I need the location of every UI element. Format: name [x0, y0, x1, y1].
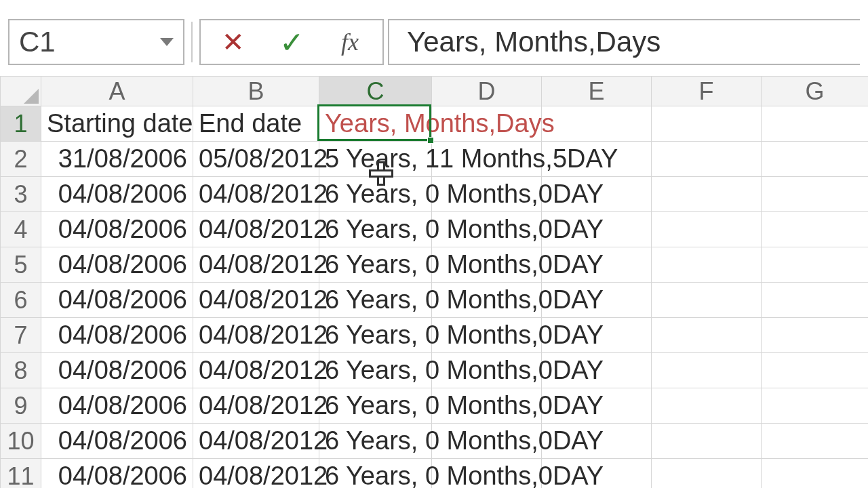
- column-header-B[interactable]: B: [193, 77, 319, 106]
- cell[interactable]: 04/08/2006: [41, 318, 193, 353]
- cell[interactable]: 04/08/2012: [193, 353, 319, 388]
- cell[interactable]: 04/08/2012: [193, 424, 319, 459]
- row-header[interactable]: 8: [1, 353, 41, 388]
- cell[interactable]: 04/08/2012: [193, 212, 319, 247]
- cell-cursor-icon: [369, 161, 393, 186]
- x-icon: ✕: [222, 26, 245, 58]
- cell[interactable]: 04/08/2006: [41, 177, 193, 212]
- cell[interactable]: 6 Years, 0 Months,0DAY: [319, 318, 432, 353]
- row-header[interactable]: 11: [1, 459, 41, 489]
- formula-text: Years, Months,Days: [407, 26, 660, 58]
- cell[interactable]: [652, 142, 762, 177]
- cell[interactable]: [762, 459, 869, 489]
- row-header[interactable]: 3: [1, 177, 41, 212]
- name-box[interactable]: C1: [8, 19, 184, 65]
- chevron-down-icon[interactable]: [160, 38, 174, 46]
- cell[interactable]: [652, 353, 762, 388]
- cell[interactable]: 04/08/2012: [193, 247, 319, 283]
- cell[interactable]: 04/08/2012: [193, 177, 319, 212]
- name-box-value: C1: [19, 26, 56, 58]
- column-header-G[interactable]: G: [762, 77, 869, 106]
- row-header[interactable]: 4: [1, 212, 41, 247]
- column-header-A[interactable]: A: [41, 77, 193, 106]
- cell[interactable]: 04/08/2012: [193, 318, 319, 353]
- cell[interactable]: [762, 177, 869, 212]
- fx-icon: fx: [341, 28, 359, 56]
- insert-function-button[interactable]: fx: [323, 22, 377, 62]
- cell[interactable]: Years, Months,Days: [319, 106, 432, 142]
- cell[interactable]: 6 Years, 0 Months,0DAY: [319, 212, 432, 247]
- cell[interactable]: 05/08/2012: [193, 142, 319, 177]
- cell[interactable]: [762, 142, 869, 177]
- enter-formula-button[interactable]: ✓: [264, 22, 319, 62]
- cell[interactable]: [762, 388, 869, 424]
- cancel-formula-button[interactable]: ✕: [206, 22, 260, 62]
- cell[interactable]: 04/08/2006: [41, 283, 193, 318]
- cell[interactable]: [762, 106, 869, 142]
- cell[interactable]: Starting date: [41, 106, 193, 142]
- cell[interactable]: 6 Years, 0 Months,0DAY: [319, 283, 432, 318]
- cell[interactable]: [652, 318, 762, 353]
- spreadsheet-grid[interactable]: ABCDEFG 1Starting dateEnd dateYears, Mon…: [0, 76, 868, 488]
- cell[interactable]: [542, 106, 652, 142]
- row-header[interactable]: 2: [1, 142, 41, 177]
- cell[interactable]: [652, 212, 762, 247]
- cell[interactable]: 6 Years, 0 Months,0DAY: [319, 424, 432, 459]
- formula-bar: C1 ✕ ✓ fx Years, Months,Days: [0, 0, 868, 76]
- cell[interactable]: 6 Years, 0 Months,0DAY: [319, 247, 432, 283]
- cell[interactable]: [762, 318, 869, 353]
- row-header[interactable]: 1: [1, 106, 41, 142]
- cell[interactable]: [762, 283, 869, 318]
- cell[interactable]: 6 Years, 0 Months,0DAY: [319, 459, 432, 489]
- cell[interactable]: 04/08/2012: [193, 459, 319, 489]
- cell[interactable]: 6 Years, 0 Months,0DAY: [319, 353, 432, 388]
- row-header[interactable]: 5: [1, 247, 41, 283]
- cell[interactable]: [652, 247, 762, 283]
- cell[interactable]: [652, 388, 762, 424]
- cell[interactable]: 31/08/2006: [41, 142, 193, 177]
- cell[interactable]: [652, 106, 762, 142]
- cell[interactable]: End date: [193, 106, 319, 142]
- cell[interactable]: [652, 424, 762, 459]
- cell[interactable]: 6 Years, 0 Months,0DAY: [319, 388, 432, 424]
- column-header-E[interactable]: E: [542, 77, 652, 106]
- column-header-D[interactable]: D: [432, 77, 542, 106]
- cell[interactable]: 04/08/2006: [41, 424, 193, 459]
- row-header[interactable]: 10: [1, 424, 41, 459]
- cell[interactable]: [762, 212, 869, 247]
- check-icon: ✓: [279, 25, 304, 60]
- cell[interactable]: [652, 177, 762, 212]
- cell[interactable]: 04/08/2006: [41, 212, 193, 247]
- cell[interactable]: [762, 353, 869, 388]
- select-all-corner[interactable]: [1, 77, 41, 106]
- cell[interactable]: [762, 247, 869, 283]
- row-header[interactable]: 9: [1, 388, 41, 424]
- fill-handle[interactable]: [427, 137, 434, 144]
- cell[interactable]: 04/08/2012: [193, 283, 319, 318]
- formula-button-group: ✕ ✓ fx: [199, 19, 384, 65]
- cell[interactable]: 04/08/2006: [41, 459, 193, 489]
- cell[interactable]: [652, 459, 762, 489]
- row-header[interactable]: 7: [1, 318, 41, 353]
- cell[interactable]: 04/08/2006: [41, 353, 193, 388]
- cell[interactable]: [652, 283, 762, 318]
- column-header-C[interactable]: C: [319, 77, 432, 106]
- row-header[interactable]: 6: [1, 283, 41, 318]
- cell[interactable]: [762, 424, 869, 459]
- formula-input[interactable]: Years, Months,Days: [388, 19, 860, 65]
- cell[interactable]: 04/08/2006: [41, 247, 193, 283]
- column-header-F[interactable]: F: [652, 77, 762, 106]
- cell[interactable]: 04/08/2006: [41, 388, 193, 424]
- cell[interactable]: 04/08/2012: [193, 388, 319, 424]
- divider: [191, 22, 193, 62]
